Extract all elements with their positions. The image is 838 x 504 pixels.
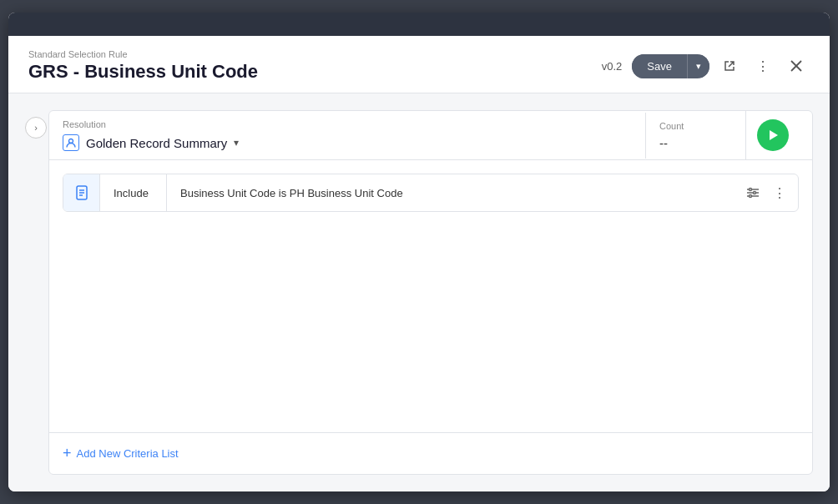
count-value: --	[659, 136, 668, 150]
include-label: Include	[100, 174, 167, 211]
header-subtitle: Standard Selection Rule	[28, 49, 258, 59]
filter-settings-icon	[746, 186, 760, 199]
save-button-group: Save ▾	[632, 54, 709, 78]
header-right: v0.2 Save ▾ ⋮	[602, 53, 810, 79]
external-link-button[interactable]	[716, 53, 743, 79]
golden-record-row: Golden Record Summary ▾	[63, 134, 645, 151]
row-more-options-button[interactable]: ⋮	[768, 181, 791, 204]
header-left: Standard Selection Rule GRS - Business U…	[28, 49, 258, 83]
version-badge: v0.2	[602, 60, 623, 73]
add-icon: +	[63, 445, 72, 462]
add-criteria-list-button[interactable]: + Add New Criteria List	[63, 445, 179, 462]
header: Standard Selection Rule GRS - Business U…	[8, 36, 830, 93]
play-icon	[767, 129, 779, 141]
golden-record-dropdown-icon[interactable]: ▾	[234, 137, 239, 149]
count-label: Count	[659, 121, 684, 131]
dropdown-arrow-icon: ▾	[696, 61, 701, 71]
play-button[interactable]	[757, 119, 789, 151]
external-link-icon	[723, 59, 736, 73]
play-col	[745, 111, 799, 159]
resolution-col: Resolution Golden Record Summary ▾	[63, 119, 645, 151]
row-more-icon: ⋮	[773, 185, 786, 201]
main-content: Resolution Golden Record Summary ▾	[48, 110, 813, 475]
content-area: Standard Selection Rule GRS - Business U…	[8, 36, 830, 491]
doc-icon	[74, 185, 89, 200]
footer: + Add New Criteria List	[49, 432, 812, 474]
main-body: › Resolution	[8, 93, 830, 491]
svg-marker-3	[770, 130, 778, 140]
resolution-header: Resolution Golden Record Summary ▾	[49, 111, 812, 160]
criteria-icon-col	[63, 174, 100, 211]
main-window: Standard Selection Rule GRS - Business U…	[8, 13, 830, 491]
page-title: GRS - Business Unit Code	[28, 61, 258, 83]
sidebar-toggle-button[interactable]: ›	[25, 117, 47, 139]
sidebar-toggle: ›	[25, 110, 48, 475]
criteria-row: Include Business Unit Code is PH Busines…	[63, 174, 799, 212]
person-icon	[63, 134, 79, 151]
golden-record-title: Golden Record Summary	[86, 136, 227, 150]
criteria-actions: ⋮	[735, 174, 798, 211]
svg-point-12	[754, 192, 756, 194]
toggle-chevron-icon: ›	[34, 123, 38, 133]
close-icon	[790, 60, 802, 72]
title-bar	[8, 13, 830, 36]
resolution-label: Resolution	[63, 119, 645, 129]
add-criteria-label: Add New Criteria List	[77, 447, 179, 460]
svg-point-11	[750, 189, 752, 191]
count-col: Count --	[645, 113, 745, 159]
save-button[interactable]: Save	[632, 54, 688, 78]
close-button[interactable]	[783, 53, 810, 79]
save-dropdown-button[interactable]: ▾	[688, 55, 709, 78]
svg-point-13	[750, 195, 752, 198]
more-options-button[interactable]: ⋮	[750, 53, 776, 79]
filter-settings-button[interactable]	[741, 181, 765, 204]
criteria-section: Include Business Unit Code is PH Busines…	[49, 160, 812, 432]
criteria-condition-text: Business Unit Code is PH Business Unit C…	[167, 174, 735, 211]
svg-point-2	[69, 139, 73, 143]
more-icon: ⋮	[756, 58, 770, 74]
